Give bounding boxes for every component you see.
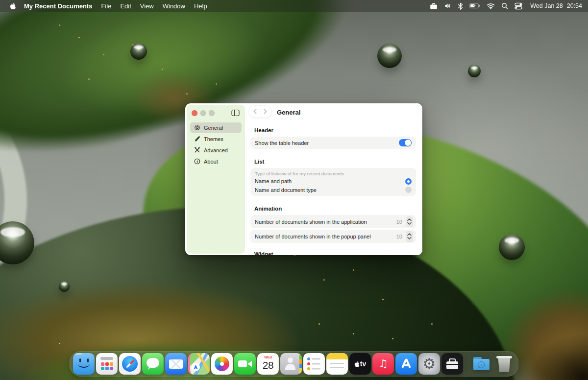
menu-bar-app-name[interactable]: My Recent Documents xyxy=(24,2,92,10)
animation-row-popup: Number of documents shown in the popup p… xyxy=(250,230,416,243)
close-button[interactable] xyxy=(192,110,197,116)
dock-item-tv[interactable]: tv xyxy=(349,353,371,375)
dock-item-system-settings[interactable] xyxy=(418,353,440,375)
dock-item-music[interactable] xyxy=(372,353,394,375)
dew-sphere xyxy=(499,234,525,260)
spotlight-search-icon[interactable] xyxy=(501,2,508,9)
dock-item-mail[interactable] xyxy=(165,353,187,375)
dew-sphere xyxy=(377,44,402,68)
menu-window[interactable]: Window xyxy=(163,2,185,10)
tools-icon xyxy=(194,147,200,153)
control-center-icon[interactable] xyxy=(514,2,522,10)
dock-item-contacts[interactable] xyxy=(280,353,302,375)
menu-help[interactable]: Help xyxy=(194,2,207,10)
dock-item-reminders[interactable] xyxy=(303,353,325,375)
sidebar-item-general[interactable]: General xyxy=(190,122,242,133)
settings-content: General Header Show the table header Lis… xyxy=(245,103,422,255)
option-label: Name and document type xyxy=(255,187,317,193)
radio-unselected[interactable] xyxy=(405,187,412,193)
sidebar-item-label: Themes xyxy=(204,136,223,142)
dock-separator xyxy=(466,355,467,373)
gear-icon xyxy=(194,124,200,131)
option-name-and-path[interactable]: Name and path xyxy=(255,177,412,186)
forward-button[interactable] xyxy=(263,107,268,116)
sidebar-item-label: About xyxy=(204,159,218,165)
toggle-knob xyxy=(405,140,412,146)
dock-item-my-recent-documents[interactable] xyxy=(441,353,463,375)
dock-item-maps[interactable] xyxy=(188,353,210,375)
sidebar-item-themes[interactable]: Themes xyxy=(190,134,242,144)
radio-selected[interactable] xyxy=(405,178,412,185)
clock-date: Wed Jan 28 xyxy=(530,2,563,9)
section-title-list: List xyxy=(254,159,264,165)
volume-icon[interactable] xyxy=(444,2,451,9)
apple-logo-icon xyxy=(354,361,360,367)
bluetooth-icon[interactable] xyxy=(458,2,463,10)
navigation-pill xyxy=(249,106,271,118)
sidebar-item-label: Advanced xyxy=(204,147,228,153)
page-title: General xyxy=(277,109,300,116)
apple-menu-icon[interactable] xyxy=(10,2,16,10)
window-controls xyxy=(192,110,215,116)
menu-bar-status: Wed Jan 28 20:54 xyxy=(430,2,588,10)
sidebar-item-label: General xyxy=(204,125,223,131)
menu-bar-left: My Recent Documents File Edit View Windo… xyxy=(0,2,207,10)
back-button[interactable] xyxy=(253,107,257,116)
option-name-and-document-type[interactable]: Name and document type xyxy=(255,186,412,194)
section-title-animation: Animation xyxy=(254,206,282,212)
dock-item-photos[interactable] xyxy=(211,353,233,375)
contacts-tabs-icon xyxy=(299,355,302,359)
menu-bar-clock[interactable]: Wed Jan 28 20:54 xyxy=(530,2,582,9)
flower-speckles-bottom xyxy=(59,343,60,344)
sidebar-toggle-icon[interactable] xyxy=(231,109,240,117)
documents-app-stepper[interactable] xyxy=(406,216,413,227)
section-title-widget: Widget xyxy=(254,251,273,255)
dock-item-calendar[interactable]: Wed 28 xyxy=(257,353,279,375)
dock-item-downloads[interactable]: ↓ xyxy=(470,353,492,375)
dock-item-notes[interactable] xyxy=(326,353,348,375)
menu-view[interactable]: View xyxy=(140,2,154,10)
dock: Wed 28 tv ↓ xyxy=(70,351,518,377)
stepper-row-label: Number of documents shown in the applica… xyxy=(255,219,367,225)
dark-corner-right xyxy=(529,333,588,380)
menu-edit[interactable]: Edit xyxy=(120,2,131,10)
finder-face-icon xyxy=(79,358,81,362)
zoom-button[interactable] xyxy=(209,110,215,116)
dew-sphere xyxy=(468,65,481,77)
dock-item-facetime[interactable] xyxy=(234,353,256,375)
dock-item-apps[interactable] xyxy=(96,353,118,375)
show-table-header-toggle[interactable] xyxy=(399,139,412,147)
calendar-weekday: Wed xyxy=(264,356,272,359)
sidebar-item-about[interactable]: About xyxy=(190,156,242,166)
list-card: Type of listview of for my recent docume… xyxy=(250,168,416,196)
animation-row-application: Number of documents shown in the applica… xyxy=(250,215,416,228)
list-description: Type of listview of for my recent docume… xyxy=(255,171,412,177)
sidebar-item-advanced[interactable]: Advanced xyxy=(190,145,242,155)
menu-file[interactable]: File xyxy=(101,2,111,10)
sidebar-nav: General Themes Advanced xyxy=(190,122,242,166)
app-store-a-crossbar xyxy=(403,364,410,366)
briefcase-status-icon[interactable] xyxy=(430,2,438,10)
stepper-row-label: Number of documents shown in the popup p… xyxy=(255,234,371,239)
documents-popup-stepper[interactable] xyxy=(406,231,413,242)
stepper-value: 10 xyxy=(396,234,402,239)
dock-item-app-store[interactable] xyxy=(395,353,417,375)
wifi-icon[interactable] xyxy=(487,3,495,9)
info-icon xyxy=(194,158,200,165)
brush-icon xyxy=(194,136,200,142)
stepper-value: 10 xyxy=(396,219,402,225)
dock-item-trash[interactable] xyxy=(493,353,515,375)
calendar-day: 28 xyxy=(263,359,273,371)
minimize-button[interactable] xyxy=(200,110,206,116)
desktop: My Recent Documents File Edit View Windo… xyxy=(0,0,588,380)
menu-bar: My Recent Documents File Edit View Windo… xyxy=(0,0,588,12)
dew-sphere xyxy=(130,43,147,60)
tv-logo-text: tv xyxy=(360,360,366,368)
window-sidebar: General Themes Advanced xyxy=(187,105,245,254)
battery-icon[interactable] xyxy=(469,3,480,9)
flower-speckles-top xyxy=(59,24,60,26)
dock-item-safari[interactable] xyxy=(119,353,141,375)
dock-item-messages[interactable] xyxy=(142,353,164,375)
option-label: Name and path xyxy=(255,178,292,184)
dock-item-finder[interactable] xyxy=(73,353,95,375)
